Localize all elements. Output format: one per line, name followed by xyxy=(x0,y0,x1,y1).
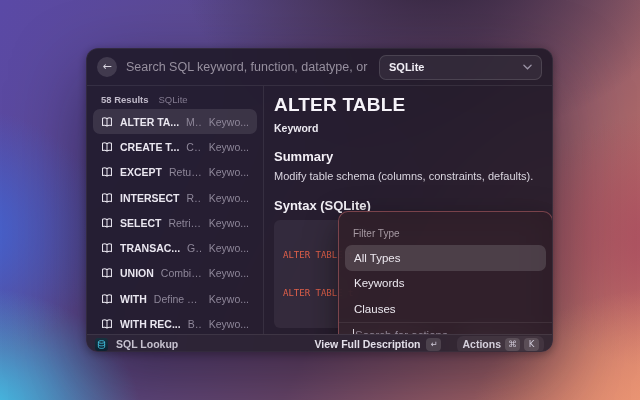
list-item-intersect[interactable]: INTERSECT Return ro... Keywo... xyxy=(93,185,257,210)
item-subtitle: Retrieve colu... xyxy=(168,217,201,229)
item-accessory: Keywo... xyxy=(209,293,249,305)
engine-dropdown-value: SQLite xyxy=(389,61,523,73)
filter-type-popover: Filter Type All Types Keywords Clauses S… xyxy=(338,211,552,334)
item-accessory: Keywo... xyxy=(209,116,249,128)
list-item-alter-table[interactable]: ALTER TA... Modify ta... Keywo... xyxy=(93,109,257,134)
summary-text: Modify table schema (columns, constraint… xyxy=(274,169,542,183)
list-item-with[interactable]: WITH Define one or m... Keywo... xyxy=(93,286,257,311)
book-icon xyxy=(101,192,113,204)
desktop-background: ← Search SQL keyword, function, datatype… xyxy=(0,0,640,400)
item-accessory: Keywo... xyxy=(209,192,249,204)
item-subtitle: Combine resul... xyxy=(161,267,202,279)
status-bar: SQL Lookup View Full Description ↵ Actio… xyxy=(87,334,552,352)
book-icon xyxy=(101,116,113,128)
filter-type-label: Filter Type xyxy=(339,212,552,245)
back-button[interactable]: ← xyxy=(97,57,117,77)
filter-option-all-types[interactable]: All Types xyxy=(345,245,546,271)
book-icon xyxy=(101,318,113,330)
actions-search-input[interactable]: Search for actions... xyxy=(339,322,552,335)
filter-option-keywords[interactable]: Keywords xyxy=(345,271,546,297)
engine-dropdown[interactable]: SQLite xyxy=(379,55,542,80)
actions-search-placeholder: Search for actions... xyxy=(355,329,457,334)
item-accessory: Keywo... xyxy=(209,217,249,229)
detail-title: ALTER TABLE xyxy=(274,94,542,116)
book-icon xyxy=(101,267,113,279)
item-accessory: Keywo... xyxy=(209,242,249,254)
sql-lookup-app-icon xyxy=(95,338,108,351)
item-title: INTERSECT xyxy=(120,192,180,204)
return-key-icon: ↵ xyxy=(426,338,441,351)
actions-label: Actions xyxy=(462,338,501,350)
book-icon xyxy=(101,242,113,254)
app-identity: SQL Lookup xyxy=(95,338,314,351)
book-icon xyxy=(101,166,113,178)
item-title: WITH REC... xyxy=(120,318,181,330)
view-full-description-button[interactable]: View Full Description xyxy=(314,338,420,350)
results-list: 58 Results SQLite ALTER TA... Modify ta.… xyxy=(87,86,263,334)
window-content: 58 Results SQLite ALTER TA... Modify ta.… xyxy=(87,86,552,334)
item-subtitle: Define one or m... xyxy=(154,293,202,305)
item-accessory: Keywo... xyxy=(209,318,249,330)
list-item-transaction[interactable]: TRANSAC... Group st... Keywo... xyxy=(93,235,257,260)
detail-type-badge: Keyword xyxy=(274,122,542,134)
list-item-create-table[interactable]: CREATE T... Create a... Keywo... xyxy=(93,134,257,159)
item-accessory: Keywo... xyxy=(209,166,249,178)
item-title: CREATE T... xyxy=(120,141,179,153)
item-subtitle: Return rows f... xyxy=(169,166,202,178)
item-subtitle: Modify ta... xyxy=(186,116,202,128)
item-accessory: Keywo... xyxy=(209,267,249,279)
cmd-key-icon: ⌘ xyxy=(505,338,520,351)
book-icon xyxy=(101,293,113,305)
item-subtitle: Return ro... xyxy=(187,192,202,204)
book-icon xyxy=(101,141,113,153)
item-title: TRANSAC... xyxy=(120,242,180,254)
list-item-with-recursive[interactable]: WITH REC... Build rec... Keywo... xyxy=(93,311,257,334)
chevron-down-icon xyxy=(523,64,532,70)
item-accessory: Keywo... xyxy=(209,141,249,153)
sql-lookup-window: ← Search SQL keyword, function, datatype… xyxy=(86,48,553,352)
text-cursor xyxy=(353,329,354,334)
filter-option-clauses[interactable]: Clauses xyxy=(345,296,546,322)
item-title: EXCEPT xyxy=(120,166,162,178)
list-item-except[interactable]: EXCEPT Return rows f... Keywo... xyxy=(93,160,257,185)
summary-heading: Summary xyxy=(274,149,542,164)
search-header: ← Search SQL keyword, function, datatype… xyxy=(87,49,552,86)
list-item-select[interactable]: SELECT Retrieve colu... Keywo... xyxy=(93,210,257,235)
item-subtitle: Group st... xyxy=(187,242,202,254)
search-input[interactable]: Search SQL keyword, function, datatype, … xyxy=(126,60,370,74)
results-engine: SQLite xyxy=(159,94,188,105)
item-subtitle: Build rec... xyxy=(188,318,202,330)
item-title: ALTER TA... xyxy=(120,116,179,128)
book-icon xyxy=(101,217,113,229)
k-key-icon: K xyxy=(524,338,539,351)
results-count: 58 Results xyxy=(101,94,149,105)
list-item-union[interactable]: UNION Combine resul... Keywo... xyxy=(93,261,257,286)
app-name: SQL Lookup xyxy=(116,338,178,350)
item-title: UNION xyxy=(120,267,154,279)
list-header: 58 Results SQLite xyxy=(87,86,263,109)
actions-button[interactable]: Actions ⌘ K xyxy=(457,336,544,353)
back-arrow-icon: ← xyxy=(102,57,111,77)
item-title: WITH xyxy=(120,293,147,305)
footer-actions: View Full Description ↵ Actions ⌘ K xyxy=(314,336,544,353)
item-title: SELECT xyxy=(120,217,161,229)
item-subtitle: Create a... xyxy=(186,141,201,153)
